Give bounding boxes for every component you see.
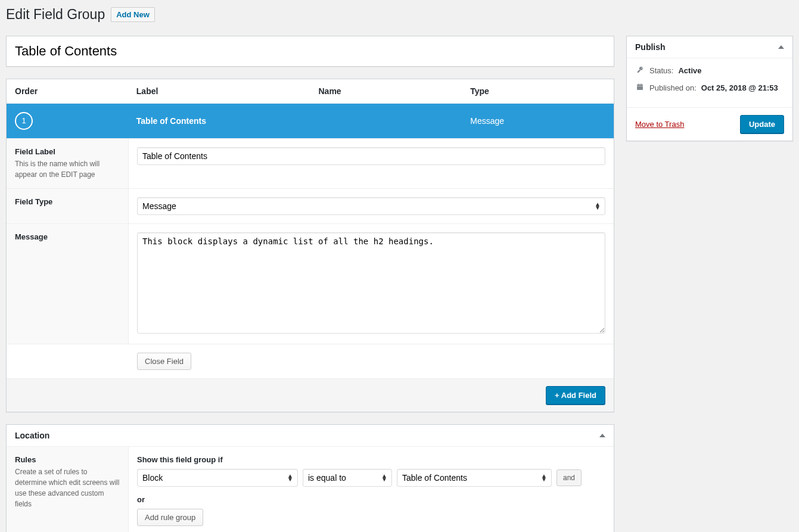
- add-new-button[interactable]: Add New: [111, 7, 155, 22]
- pub-date: Oct 25, 2018 @ 21:53: [701, 83, 778, 92]
- field-label-desc: This is the name which will appear on th…: [15, 158, 120, 180]
- page-title: Edit Field Group: [6, 6, 105, 24]
- add-rule-group-button[interactable]: Add rule group: [137, 509, 203, 526]
- order-badge: 1: [15, 112, 33, 130]
- publish-box: Publish Status: Active Published on: Oct: [626, 36, 793, 141]
- field-name-cell: [310, 103, 462, 138]
- status-label: Status:: [649, 66, 673, 75]
- pub-label: Published on:: [649, 83, 697, 92]
- add-field-button[interactable]: + Add Field: [546, 386, 605, 405]
- group-title-input[interactable]: [7, 36, 614, 66]
- field-type-select[interactable]: Message: [137, 197, 605, 215]
- key-icon: [635, 66, 645, 76]
- col-label: Label: [128, 79, 310, 104]
- collapse-icon[interactable]: [599, 434, 605, 437]
- fields-box: Order Label Name Type 1 Table of Content…: [6, 79, 614, 412]
- status-value: Active: [678, 66, 701, 75]
- field-row[interactable]: 1 Table of Contents Message: [7, 103, 614, 138]
- rule-op-select[interactable]: is equal to: [303, 469, 392, 487]
- rules-heading: Rules: [15, 455, 36, 464]
- field-type-cell: Message: [462, 103, 614, 138]
- update-button[interactable]: Update: [740, 115, 784, 133]
- col-order: Order: [7, 79, 128, 104]
- collapse-icon[interactable]: [778, 45, 784, 49]
- location-box: Location Rules Create a set of rules to …: [6, 424, 614, 532]
- col-name: Name: [310, 79, 462, 104]
- and-button[interactable]: and: [556, 469, 582, 486]
- close-field-button[interactable]: Close Field: [137, 353, 191, 370]
- field-label-heading: Field Label: [15, 147, 120, 156]
- title-box: [6, 36, 614, 67]
- or-label: or: [137, 495, 605, 504]
- location-title: Location: [15, 431, 49, 440]
- message-textarea[interactable]: This block displays a dynamic list of al…: [137, 232, 605, 334]
- col-type: Type: [462, 79, 614, 104]
- field-label-cell: Table of Contents: [128, 103, 310, 138]
- rule-param-select[interactable]: Block: [137, 469, 298, 487]
- publish-title: Publish: [635, 42, 666, 52]
- calendar-icon: [635, 83, 645, 93]
- message-heading: Message: [15, 232, 120, 241]
- rules-desc: Create a set of rules to determine which…: [15, 466, 120, 509]
- field-label-input[interactable]: [137, 147, 605, 165]
- rule-value-select[interactable]: Table of Contents: [397, 469, 552, 487]
- move-to-trash-link[interactable]: Move to Trash: [635, 120, 684, 129]
- rules-intro: Show this field group if: [137, 455, 605, 464]
- field-type-heading: Field Type: [15, 197, 120, 206]
